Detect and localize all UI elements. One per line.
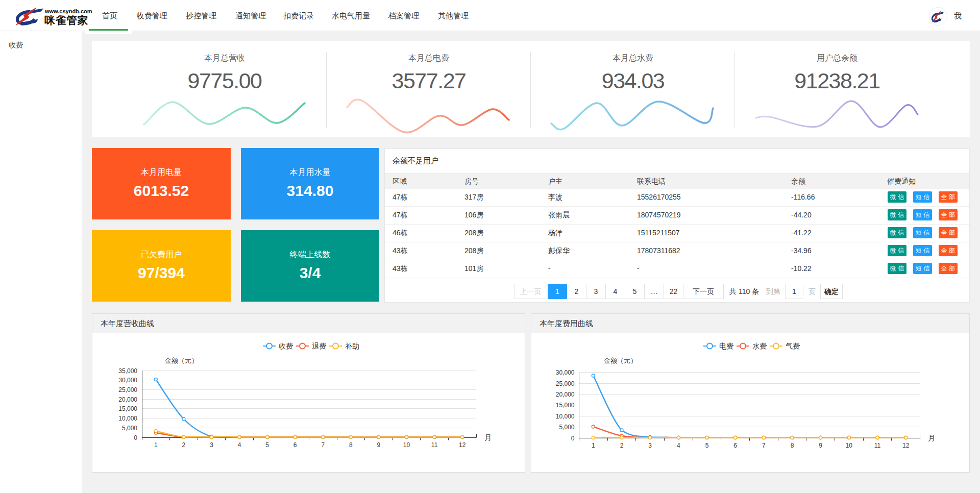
svg-text:0: 0 bbox=[134, 434, 137, 441]
svg-text:电费: 电费 bbox=[719, 342, 733, 350]
svg-text:20,000: 20,000 bbox=[118, 396, 137, 403]
svg-text:11: 11 bbox=[874, 442, 881, 449]
svg-text:月: 月 bbox=[484, 433, 492, 441]
svg-text:11: 11 bbox=[431, 441, 438, 449]
svg-text:5: 5 bbox=[265, 441, 269, 449]
svg-text:9: 9 bbox=[377, 441, 381, 449]
svg-text:7: 7 bbox=[762, 442, 766, 449]
svg-text:30,000: 30,000 bbox=[556, 369, 575, 376]
svg-text:气费: 气费 bbox=[786, 342, 800, 350]
svg-text:2: 2 bbox=[620, 442, 624, 449]
svg-text:5,000: 5,000 bbox=[559, 424, 574, 431]
svg-text:10,000: 10,000 bbox=[556, 413, 575, 420]
svg-text:6: 6 bbox=[293, 441, 297, 449]
svg-text:6: 6 bbox=[733, 442, 737, 449]
svg-text:水费: 水费 bbox=[752, 342, 767, 350]
svg-text:25,000: 25,000 bbox=[556, 380, 575, 387]
svg-text:补助: 补助 bbox=[345, 342, 359, 350]
svg-text:4: 4 bbox=[238, 441, 241, 449]
svg-text:25,000: 25,000 bbox=[118, 386, 137, 393]
svg-text:10: 10 bbox=[403, 441, 410, 449]
svg-text:12: 12 bbox=[902, 442, 910, 449]
svg-text:0: 0 bbox=[571, 435, 575, 442]
svg-text:20,000: 20,000 bbox=[556, 391, 575, 398]
svg-text:5: 5 bbox=[705, 442, 709, 449]
svg-text:2: 2 bbox=[182, 441, 186, 449]
svg-text:退费: 退费 bbox=[312, 342, 326, 350]
svg-text:1: 1 bbox=[592, 442, 595, 449]
svg-text:35,000: 35,000 bbox=[118, 367, 137, 375]
svg-text:30,000: 30,000 bbox=[118, 377, 137, 384]
svg-text:1: 1 bbox=[154, 441, 158, 449]
svg-text:10,000: 10,000 bbox=[118, 415, 137, 422]
svg-text:收费: 收费 bbox=[279, 342, 293, 350]
svg-text:金额（元）: 金额（元） bbox=[604, 357, 637, 364]
svg-text:金额（元）: 金额（元） bbox=[165, 357, 198, 364]
svg-text:3: 3 bbox=[648, 442, 652, 449]
svg-text:15,000: 15,000 bbox=[118, 405, 137, 412]
svg-text:15,000: 15,000 bbox=[556, 402, 575, 409]
svg-text:4: 4 bbox=[677, 442, 680, 449]
svg-text:3: 3 bbox=[210, 441, 213, 449]
svg-text:7: 7 bbox=[321, 441, 325, 449]
svg-text:12: 12 bbox=[459, 441, 466, 449]
svg-text:10: 10 bbox=[846, 442, 853, 449]
svg-text:8: 8 bbox=[349, 441, 353, 449]
svg-text:8: 8 bbox=[791, 442, 794, 449]
svg-text:9: 9 bbox=[819, 442, 822, 449]
svg-text:5,000: 5,000 bbox=[122, 425, 137, 432]
svg-text:月: 月 bbox=[928, 434, 935, 442]
